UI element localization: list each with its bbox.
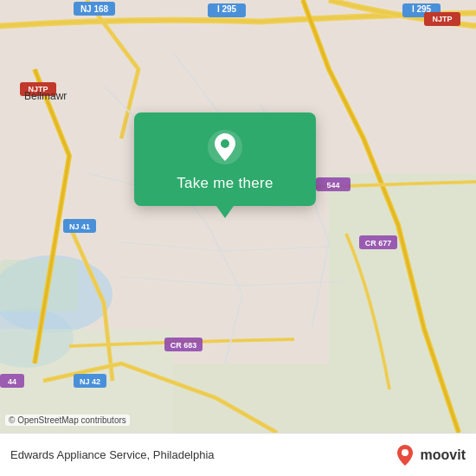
svg-text:544: 544 xyxy=(326,181,339,190)
bottom-bar: Edwards Appliance Service, Philadelphia … xyxy=(0,433,476,476)
map-attribution: © OpenStreetMap contributors xyxy=(5,415,130,426)
map-container[interactable]: NJ 168 I 295 I 295 NJTP NJTP 544 NJ 41 C… xyxy=(0,0,476,433)
svg-point-31 xyxy=(221,139,229,148)
svg-text:NJ 168: NJ 168 xyxy=(80,4,109,14)
svg-text:44: 44 xyxy=(8,377,16,386)
svg-text:NJ 41: NJ 41 xyxy=(69,222,90,231)
svg-text:NJTP: NJTP xyxy=(432,15,452,23)
svg-text:CR 683: CR 683 xyxy=(170,341,197,350)
moovit-pin-icon xyxy=(393,443,417,467)
svg-rect-4 xyxy=(329,173,476,433)
svg-rect-3 xyxy=(0,260,78,312)
svg-text:I 295: I 295 xyxy=(217,4,237,14)
svg-text:CR 677: CR 677 xyxy=(365,239,392,248)
moovit-brand-text: moovit xyxy=(421,447,466,463)
location-pin-icon xyxy=(206,128,244,166)
svg-rect-6 xyxy=(173,363,329,433)
svg-text:NJ 42: NJ 42 xyxy=(80,377,100,386)
svg-text:Bellmawr: Bellmawr xyxy=(24,90,67,102)
take-me-there-button[interactable]: Take me there xyxy=(177,175,273,192)
popup-card: Take me there xyxy=(134,113,316,206)
location-label: Edwards Appliance Service, Philadelphia xyxy=(10,448,215,461)
moovit-logo: moovit xyxy=(393,443,466,467)
svg-point-32 xyxy=(402,449,408,456)
